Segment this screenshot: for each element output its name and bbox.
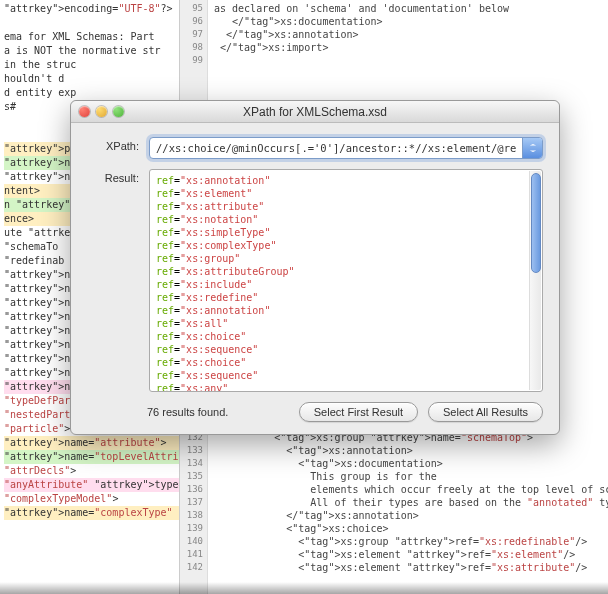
gutter-line: 138 [180, 509, 203, 522]
xpath-input[interactable] [150, 138, 522, 158]
code-line: <"tag">xs:documentation> [214, 457, 604, 470]
code-line: All of their types are based on the "ann… [214, 496, 604, 509]
sidebar-line: "anyAttribute" "attrkey">type="xs:w [4, 478, 179, 492]
gutter-line: 135 [180, 470, 203, 483]
gutter-line: 96 [180, 15, 203, 28]
result-row[interactable]: ref="xs:choice" [156, 330, 522, 343]
sidebar-line: "attrkey">encoding="UTF-8"?> [4, 2, 179, 16]
code-line: </"tag">xs:annotation> [214, 509, 604, 522]
result-box: ref="xs:annotation"ref="xs:element"ref="… [149, 169, 543, 392]
code-line [214, 54, 604, 67]
code-line: <"tag">xs:element "attrkey">ref="xs:attr… [214, 561, 604, 574]
result-row[interactable]: ref="xs:choice" [156, 356, 522, 369]
result-row[interactable]: ref="xs:annotation" [156, 174, 522, 187]
select-first-result-button[interactable]: Select First Result [299, 402, 418, 422]
sidebar-line: "attrkey">name="attribute"> [4, 436, 179, 450]
sidebar-line [4, 16, 179, 30]
sidebar-line: "attrkey">name="topLevelAttribute"> [4, 450, 179, 464]
sidebar-line: ema for XML Schemas: Part [4, 30, 179, 44]
gutter-line: 141 [180, 548, 203, 561]
result-row[interactable]: ref="xs:include" [156, 278, 522, 291]
result-count-status: 76 results found. [87, 406, 289, 418]
close-icon[interactable] [79, 106, 90, 117]
gutter-line: 136 [180, 483, 203, 496]
sidebar-line: "attrkey">name="complexType" abstr [4, 506, 179, 520]
gutter-line: 95 [180, 2, 203, 15]
scrollbar[interactable] [529, 171, 541, 390]
code-line: <"tag">xs:choice> [214, 522, 604, 535]
sidebar-line: d entity exp [4, 86, 179, 100]
result-row[interactable]: ref="xs:attribute" [156, 200, 522, 213]
gutter-line: 134 [180, 457, 203, 470]
result-list[interactable]: ref="xs:annotation"ref="xs:element"ref="… [150, 170, 528, 391]
result-row[interactable]: ref="xs:any" [156, 382, 522, 391]
sidebar-line: houldn't d [4, 72, 179, 86]
result-row[interactable]: ref="xs:annotation" [156, 304, 522, 317]
code-line: This group is for the [214, 470, 604, 483]
sidebar-line: in the struc [4, 58, 179, 72]
xpath-dialog: XPath for XMLSchema.xsd XPath: Result: r… [70, 100, 560, 435]
gutter-line: 97 [180, 28, 203, 41]
result-row[interactable]: ref="xs:attributeGroup" [156, 265, 522, 278]
dropdown-arrow-icon[interactable] [522, 138, 542, 158]
minimize-icon[interactable] [96, 106, 107, 117]
result-row[interactable]: ref="xs:simpleType" [156, 226, 522, 239]
result-row[interactable]: ref="xs:group" [156, 252, 522, 265]
code-line: elements which occur freely at the top l… [214, 483, 604, 496]
gutter-line: 99 [180, 54, 203, 67]
gutter-line: 139 [180, 522, 203, 535]
code-line: <"tag">xs:element "attrkey">ref="xs:elem… [214, 548, 604, 561]
gutter-line: 140 [180, 535, 203, 548]
scrollbar-thumb[interactable] [531, 173, 541, 273]
result-row[interactable]: ref="xs:sequence" [156, 369, 522, 382]
code-line: as declared on 'schema' and 'documentati… [214, 2, 604, 15]
code-line: <"tag">xs:annotation> [214, 444, 604, 457]
gutter-line: 133 [180, 444, 203, 457]
result-row[interactable]: ref="xs:complexType" [156, 239, 522, 252]
result-row[interactable]: ref="xs:notation" [156, 213, 522, 226]
code-line: </"tag">xs:import> [214, 41, 604, 54]
dialog-title: XPath for XMLSchema.xsd [71, 105, 559, 119]
code-line: <"tag">xs:group "attrkey">ref="xs:redefi… [214, 535, 604, 548]
select-all-results-button[interactable]: Select All Results [428, 402, 543, 422]
result-row[interactable]: ref="xs:sequence" [156, 343, 522, 356]
window-controls [71, 106, 124, 117]
xpath-label: XPath: [87, 137, 139, 159]
code-line: </"tag">xs:documentation> [214, 15, 604, 28]
gutter-line: 137 [180, 496, 203, 509]
result-row[interactable]: ref="xs:element" [156, 187, 522, 200]
zoom-icon[interactable] [113, 106, 124, 117]
sidebar-line: "attrDecls"> [4, 464, 179, 478]
result-row[interactable]: ref="xs:redefine" [156, 291, 522, 304]
code-line: </"tag">xs:annotation> [214, 28, 604, 41]
xpath-combobox[interactable] [149, 137, 543, 159]
gutter-line: 98 [180, 41, 203, 54]
result-row[interactable]: ref="xs:all" [156, 317, 522, 330]
sidebar-line: "complexTypeModel"> [4, 492, 179, 506]
gutter-line: 142 [180, 561, 203, 574]
sidebar-line: a is NOT the normative str [4, 44, 179, 58]
result-label: Result: [87, 169, 139, 392]
titlebar[interactable]: XPath for XMLSchema.xsd [71, 101, 559, 123]
